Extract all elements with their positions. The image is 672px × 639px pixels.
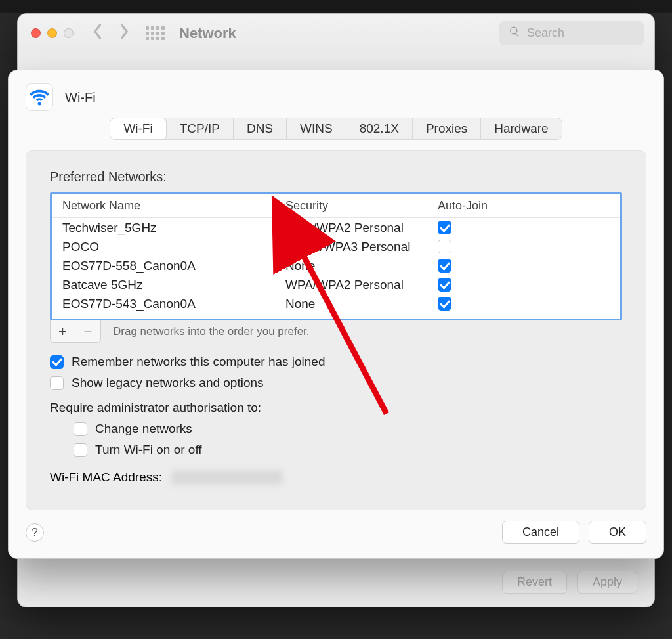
mac-address-row: Wi-Fi MAC Address:: [50, 470, 622, 485]
remember-row[interactable]: Remember networks this computer has join…: [50, 355, 622, 369]
show-all-icon[interactable]: [146, 26, 165, 40]
menubar-shadow: [0, 0, 672, 13]
drag-hint: Drag networks into the order you prefer.: [113, 325, 310, 338]
search-placeholder: Search: [527, 26, 564, 40]
tab-hardware[interactable]: Hardware: [481, 118, 561, 139]
tab-8021x[interactable]: 802.1X: [346, 118, 413, 139]
cell-network-name: Techwiser_5GHz: [62, 221, 285, 235]
cell-security: WPA2/WPA3 Personal: [285, 240, 438, 254]
tab-proxies[interactable]: Proxies: [413, 118, 481, 139]
autojoin-checkbox[interactable]: [438, 259, 452, 273]
titlebar: Network Search: [18, 14, 654, 53]
search-icon: [509, 26, 520, 41]
close-icon[interactable]: [31, 28, 41, 38]
table-row[interactable]: EOS77D-558_Canon0ANone: [52, 256, 620, 275]
tab-tcpip[interactable]: TCP/IP: [167, 118, 234, 139]
legacy-row[interactable]: Show legacy networks and options: [50, 376, 622, 390]
zoom-icon[interactable]: [64, 28, 74, 38]
mac-address-label: Wi-Fi MAC Address:: [50, 470, 162, 485]
change-networks-row[interactable]: Change networks: [74, 422, 622, 436]
turn-wifi-row[interactable]: Turn Wi-Fi on or off: [74, 443, 622, 457]
cell-security: None: [285, 297, 438, 311]
cell-security: None: [285, 259, 438, 273]
table-header: Network Name Security Auto-Join: [52, 194, 620, 218]
change-networks-label: Change networks: [95, 422, 192, 436]
col-header-name[interactable]: Network Name: [62, 199, 285, 213]
change-networks-checkbox[interactable]: [74, 422, 87, 436]
tabs: Wi-Fi TCP/IP DNS WINS 802.1X Proxies Har…: [110, 118, 562, 140]
table-row[interactable]: EOS77D-543_Canon0ANone: [52, 294, 620, 313]
turn-wifi-label: Turn Wi-Fi on or off: [95, 443, 202, 457]
cancel-button[interactable]: Cancel: [502, 521, 579, 544]
add-network-button[interactable]: +: [51, 320, 75, 342]
wifi-advanced-sheet: Wi-Fi Wi-Fi TCP/IP DNS WINS 802.1X Proxi…: [8, 70, 664, 559]
cell-network-name: POCO: [62, 240, 285, 254]
traffic-lights: [31, 28, 74, 38]
revert-button[interactable]: Revert: [502, 571, 567, 594]
wifi-icon: [26, 83, 53, 111]
cell-network-name: EOS77D-543_Canon0A: [62, 297, 285, 311]
table-row[interactable]: POCOWPA2/WPA3 Personal: [52, 237, 620, 256]
table-row[interactable]: Techwiser_5GHzWPA/WPA2 Personal: [52, 218, 620, 237]
cell-network-name: EOS77D-558_Canon0A: [62, 259, 285, 273]
wifi-panel: Preferred Networks: Network Name Securit…: [26, 150, 646, 510]
back-icon[interactable]: [92, 24, 104, 42]
preferred-networks-table[interactable]: Network Name Security Auto-Join Techwise…: [50, 192, 622, 320]
col-header-autojoin[interactable]: Auto-Join: [438, 199, 610, 213]
add-remove-box: + −: [50, 320, 101, 343]
autojoin-checkbox[interactable]: [438, 221, 452, 234]
window-footer: Revert Apply: [18, 560, 654, 607]
legacy-checkbox[interactable]: [50, 376, 64, 390]
col-header-security[interactable]: Security: [285, 199, 438, 213]
autojoin-checkbox[interactable]: [438, 278, 452, 292]
tab-wifi[interactable]: Wi-Fi: [110, 118, 166, 139]
require-admin-label: Require administrator authorisation to:: [50, 401, 622, 415]
autojoin-checkbox[interactable]: [438, 297, 452, 311]
autojoin-checkbox[interactable]: [438, 240, 452, 253]
remember-label: Remember networks this computer has join…: [72, 355, 326, 369]
minimize-icon[interactable]: [47, 28, 57, 38]
legacy-label: Show legacy networks and options: [72, 376, 264, 390]
remember-checkbox[interactable]: [50, 355, 64, 369]
turn-wifi-checkbox[interactable]: [74, 443, 87, 457]
search-input[interactable]: Search: [499, 21, 644, 45]
preferred-networks-label: Preferred Networks:: [50, 169, 622, 185]
remove-network-button[interactable]: −: [75, 320, 100, 342]
nav-arrows: [92, 24, 130, 42]
ok-button[interactable]: OK: [589, 521, 646, 544]
sheet-title: Wi-Fi: [65, 90, 96, 105]
tab-dns[interactable]: DNS: [234, 118, 287, 139]
cell-security: WPA/WPA2 Personal: [285, 221, 438, 235]
tab-wins[interactable]: WINS: [287, 118, 346, 139]
sheet-header: Wi-Fi: [9, 83, 663, 118]
table-row[interactable]: Batcave 5GHzWPA/WPA2 Personal: [52, 275, 620, 294]
apply-button[interactable]: Apply: [578, 571, 637, 594]
window-title: Network: [179, 25, 236, 42]
cell-security: WPA/WPA2 Personal: [285, 278, 438, 292]
sheet-footer: ? Cancel OK: [9, 510, 663, 558]
help-button[interactable]: ?: [26, 523, 44, 542]
forward-icon[interactable]: [118, 24, 130, 42]
mac-address-value-redacted: [171, 470, 283, 485]
cell-network-name: Batcave 5GHz: [62, 278, 285, 292]
